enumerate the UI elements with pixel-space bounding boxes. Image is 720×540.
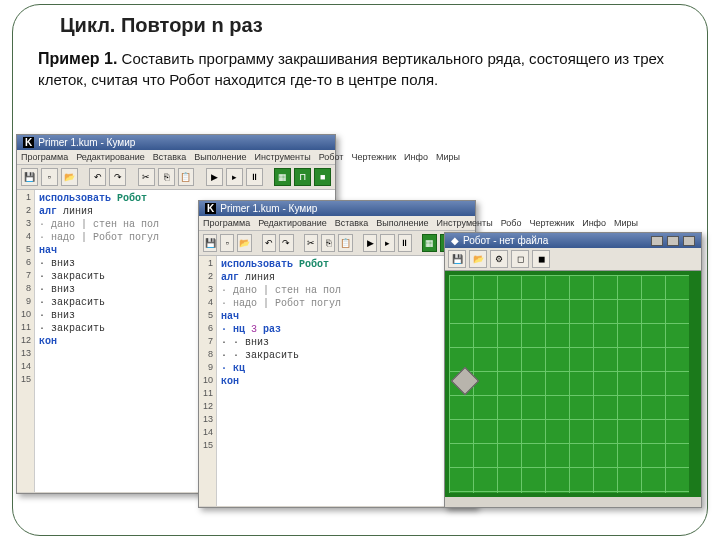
open-icon[interactable]: 📂 bbox=[237, 234, 251, 252]
minimize-icon[interactable] bbox=[651, 236, 663, 246]
maximize-icon[interactable] bbox=[667, 236, 679, 246]
field-toolbar: 💾 📂 ⚙ ◻ ◼ bbox=[445, 248, 701, 271]
field-icon[interactable]: П bbox=[294, 168, 311, 186]
task-block: Пример 1. Составить программу закрашиван… bbox=[38, 48, 682, 90]
slide-title: Цикл. Повтори n раз bbox=[60, 14, 263, 37]
undo-icon[interactable]: ↶ bbox=[89, 168, 106, 186]
menubar-1: Программа Редактирование Вставка Выполне… bbox=[17, 150, 335, 165]
menu-item[interactable]: Инструменты bbox=[255, 152, 311, 162]
task-text: Составить программу закрашивания вертика… bbox=[38, 50, 664, 88]
robot-field-window: ◆ Робот - нет файла 💾 📂 ⚙ ◻ ◼ bbox=[444, 232, 702, 508]
menu-item[interactable]: Инструменты bbox=[437, 218, 493, 228]
menubar-2: Программа Редактирование Вставка Выполне… bbox=[199, 216, 475, 231]
app-icon: K bbox=[205, 203, 216, 214]
grid-lines bbox=[449, 275, 689, 493]
menu-item[interactable]: Робо bbox=[501, 218, 522, 228]
menu-item[interactable]: Выполнение bbox=[376, 218, 428, 228]
menu-item[interactable]: Вставка bbox=[153, 152, 186, 162]
line-gutter: 123 456 789 101112 131415 bbox=[199, 256, 217, 506]
open-icon[interactable]: 📂 bbox=[469, 250, 487, 268]
open-icon[interactable]: 📂 bbox=[61, 168, 78, 186]
menu-item[interactable]: Программа bbox=[21, 152, 68, 162]
example-label: Пример 1. bbox=[38, 50, 117, 67]
tool-icon[interactable]: ⚙ bbox=[490, 250, 508, 268]
app-icon: K bbox=[23, 137, 34, 148]
copy-icon[interactable]: ⎘ bbox=[321, 234, 335, 252]
toolbar-2: 💾 ▫ 📂 ↶ ↷ ✂ ⎘ 📋 ▶ ▸ ⏸ ▦ П ■ bbox=[199, 231, 475, 256]
pause-icon[interactable]: ⏸ bbox=[246, 168, 263, 186]
cut-icon[interactable]: ✂ bbox=[138, 168, 155, 186]
copy-icon[interactable]: ⎘ bbox=[158, 168, 175, 186]
save-icon[interactable]: 💾 bbox=[448, 250, 466, 268]
step-icon[interactable]: ▸ bbox=[380, 234, 394, 252]
tool-icon[interactable]: ◻ bbox=[511, 250, 529, 268]
new-icon[interactable]: ▫ bbox=[41, 168, 58, 186]
robot-grid[interactable] bbox=[449, 275, 689, 493]
menu-item[interactable]: Редактирование bbox=[258, 218, 327, 228]
menu-item[interactable]: Редактирование bbox=[76, 152, 145, 162]
editor-area-2[interactable]: 123 456 789 101112 131415 использовать Р… bbox=[199, 256, 475, 506]
redo-icon[interactable]: ↷ bbox=[109, 168, 126, 186]
menu-item[interactable]: Миры bbox=[614, 218, 638, 228]
pause-icon[interactable]: ⏸ bbox=[398, 234, 412, 252]
run-icon[interactable]: ▶ bbox=[206, 168, 223, 186]
field-body bbox=[445, 271, 701, 497]
menu-item[interactable]: Вставка bbox=[335, 218, 368, 228]
robot-icon: ◆ bbox=[451, 235, 459, 246]
menu-item[interactable]: Миры bbox=[436, 152, 460, 162]
menu-item[interactable]: Робот bbox=[319, 152, 344, 162]
undo-icon[interactable]: ↶ bbox=[262, 234, 276, 252]
titlebar-2: K Primer 1.kum - Кумир bbox=[199, 201, 475, 216]
redo-icon[interactable]: ↷ bbox=[279, 234, 293, 252]
window-title-2: Primer 1.kum - Кумир bbox=[220, 203, 317, 214]
menu-item[interactable]: Инфо bbox=[404, 152, 428, 162]
window-title-1: Primer 1.kum - Кумир bbox=[38, 137, 135, 148]
menu-item[interactable]: Чертежник bbox=[529, 218, 574, 228]
paste-icon[interactable]: 📋 bbox=[338, 234, 352, 252]
close-icon[interactable] bbox=[683, 236, 695, 246]
menu-item[interactable]: Программа bbox=[203, 218, 250, 228]
run-icon[interactable]: ▶ bbox=[363, 234, 377, 252]
code-area-2[interactable]: использовать Робот алг линия · дано | ст… bbox=[217, 256, 345, 506]
window-title-3: Робот - нет файла bbox=[463, 235, 548, 246]
step-icon[interactable]: ▸ bbox=[226, 168, 243, 186]
cut-icon[interactable]: ✂ bbox=[304, 234, 318, 252]
grid-icon[interactable]: ▦ bbox=[422, 234, 436, 252]
editor-window-2: K Primer 1.kum - Кумир Программа Редакти… bbox=[198, 200, 476, 508]
square-icon[interactable]: ■ bbox=[314, 168, 331, 186]
menu-item[interactable]: Инфо bbox=[582, 218, 606, 228]
menu-item[interactable]: Выполнение bbox=[194, 152, 246, 162]
code-area-1[interactable]: использовать Робот алг линия · дано | ст… bbox=[35, 190, 163, 492]
titlebar-3: ◆ Робот - нет файла bbox=[445, 233, 701, 248]
toolbar-1: 💾 ▫ 📂 ↶ ↷ ✂ ⎘ 📋 ▶ ▸ ⏸ ▦ П ■ bbox=[17, 165, 335, 190]
grid-icon[interactable]: ▦ bbox=[274, 168, 291, 186]
save-icon[interactable]: 💾 bbox=[203, 234, 217, 252]
save-icon[interactable]: 💾 bbox=[21, 168, 38, 186]
new-icon[interactable]: ▫ bbox=[220, 234, 234, 252]
titlebar-1: K Primer 1.kum - Кумир bbox=[17, 135, 335, 150]
menu-item[interactable]: Чертежник bbox=[351, 152, 396, 162]
tool-icon[interactable]: ◼ bbox=[532, 250, 550, 268]
line-gutter: 123 456 789 101112 131415 bbox=[17, 190, 35, 492]
paste-icon[interactable]: 📋 bbox=[178, 168, 195, 186]
